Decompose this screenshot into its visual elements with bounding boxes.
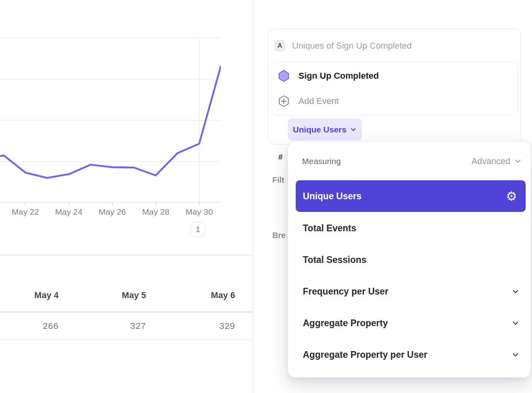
x-axis-tick-label: May 24 [55, 207, 82, 217]
measuring-mode-label: Advanced [471, 156, 510, 166]
add-event-button[interactable]: Add Event [272, 89, 518, 114]
menu-item-label: Frequency per User [303, 286, 388, 297]
series-letter-badge[interactable]: A [274, 40, 285, 51]
event-hexagon-icon [277, 70, 290, 82]
chart-annotation-badge[interactable]: 1 [190, 222, 205, 237]
measuring-title: Measuring [302, 157, 341, 166]
table-divider [0, 312, 253, 312]
menu-item-label: Total Sessions [303, 255, 367, 265]
chevron-down-icon [512, 319, 519, 327]
x-axis-tick-label: May 30 [186, 207, 213, 217]
x-axis-tick-label: May 26 [99, 207, 126, 217]
table-header-cell: May 6 [148, 290, 235, 300]
table-value-cell: 266 [0, 321, 59, 331]
table-value-cell: 329 [148, 321, 235, 331]
breakdowns-section-label-partial: Bre [272, 231, 285, 240]
menu-item-frequency-per-user[interactable]: Frequency per User [288, 276, 530, 307]
measure-chip-label: Unique Users [293, 125, 346, 134]
query-builder-card: A Uniques of Sign Up Completed Sign Up C… [268, 28, 521, 145]
table-header-cell: May 4 [0, 290, 59, 300]
table-divider [0, 339, 253, 340]
filters-section-label-partial: Filt [272, 176, 284, 185]
measuring-mode-select[interactable]: Advanced [471, 156, 522, 166]
chevron-down-icon [350, 126, 357, 133]
menu-item-label: Aggregate Property per User [303, 350, 427, 360]
chevron-down-icon [512, 288, 519, 295]
event-row[interactable]: Sign Up Completed [272, 63, 518, 89]
measure-hash-prefix: # [278, 153, 283, 162]
table-divider [0, 255, 253, 255]
menu-item-aggregate-property-per-user[interactable]: Aggregate Property per User [288, 339, 530, 370]
add-event-hexagon-plus-icon [277, 95, 290, 108]
event-list-card: Sign Up Completed Add Event [272, 62, 518, 115]
measuring-menu-header: Measuring Advanced [288, 142, 530, 180]
menu-item-total-sessions[interactable]: Total Sessions [288, 244, 530, 276]
x-axis-labels: May 22May 24May 26May 28May 30 [0, 207, 253, 217]
menu-item-aggregate-property[interactable]: Aggregate Property [288, 307, 530, 339]
chevron-down-icon [514, 157, 522, 165]
x-axis-tick-label: May 28 [142, 207, 169, 217]
menu-item-label: Total Events [303, 223, 356, 234]
menu-item-unique-users-selected[interactable]: Unique Users ⚙ [296, 180, 526, 212]
add-event-label: Add Event [298, 96, 339, 106]
event-name: Sign Up Completed [298, 71, 379, 81]
line-chart[interactable] [0, 38, 221, 206]
panel-divider [253, 0, 253, 393]
menu-item-total-events[interactable]: Total Events [288, 212, 530, 244]
chevron-down-icon [512, 351, 519, 359]
gear-icon[interactable]: ⚙ [506, 190, 517, 202]
selected-item-label: Unique Users [303, 191, 361, 202]
series-title: Uniques of Sign Up Completed [292, 41, 412, 51]
menu-item-label: Aggregate Property [303, 318, 388, 329]
measure-selector-chip[interactable]: Unique Users [288, 119, 362, 140]
x-axis-tick-label: May 22 [12, 207, 39, 217]
table-value-cell: 327 [59, 321, 146, 331]
measuring-dropdown: Measuring Advanced Unique Users ⚙ Total … [288, 142, 531, 378]
table-header-cell: May 5 [59, 290, 146, 300]
